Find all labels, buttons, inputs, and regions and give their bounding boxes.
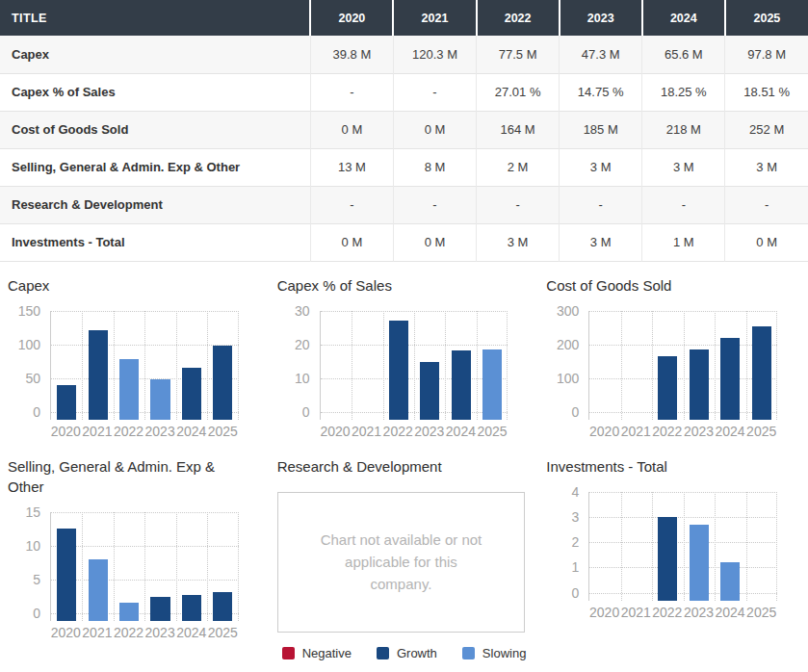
value-cell: 3 M [560, 148, 642, 186]
value-cell: 252 M [725, 111, 808, 148]
value-cell: 97.8 M [725, 36, 808, 73]
v-gridline [383, 311, 384, 420]
bar [720, 562, 740, 601]
v-gridline [176, 512, 177, 621]
v-gridline [445, 311, 446, 420]
v-gridline [414, 311, 415, 420]
value-cell: - [642, 186, 725, 223]
legend-item-slowing[interactable]: Slowing [462, 646, 527, 660]
y-axis-labels: 01234 [546, 492, 588, 601]
value-cell: 1 M [642, 223, 725, 261]
plot-area [320, 311, 508, 420]
x-axis-labels: 202020212022202320242025 [320, 424, 508, 439]
x-tick-label: 2020 [588, 605, 620, 620]
y-tick-label: 100 [18, 338, 40, 351]
y-tick-label: 5 [33, 573, 40, 586]
bar [89, 330, 108, 419]
bar [690, 525, 709, 601]
x-tick-label: 2025 [745, 424, 777, 439]
table-row: Research & Development------ [0, 186, 808, 223]
table-header-year: 2024 [642, 0, 725, 36]
bar [452, 350, 471, 420]
legend-label: Growth [397, 646, 437, 660]
value-cell: - [477, 186, 560, 223]
bar [89, 559, 108, 621]
v-gridline [114, 311, 115, 420]
x-tick-label: 2021 [82, 625, 114, 640]
chart-title: Capex [8, 275, 239, 296]
chart-title: Selling, General & Admin. Exp & Other [8, 456, 239, 497]
bar [213, 592, 232, 621]
v-gridline [746, 311, 747, 420]
plot-area [50, 512, 239, 621]
x-tick-label: 2020 [588, 424, 620, 439]
bar [752, 326, 771, 419]
y-tick-label: 0 [33, 405, 40, 419]
table-header-year: 2023 [560, 0, 642, 36]
y-axis-labels: 051015 [8, 512, 50, 621]
x-tick-label: 2024 [175, 625, 207, 640]
row-label-cell: Capex [0, 36, 310, 73]
x-tick-label: 2020 [50, 625, 82, 640]
bar [690, 349, 709, 420]
v-gridline [144, 311, 145, 420]
financials-table: TITLE202020212022202320242025 Capex39.8 … [0, 0, 808, 262]
v-gridline [477, 311, 478, 420]
v-gridline [207, 311, 208, 420]
bar [150, 597, 169, 621]
v-gridline [684, 492, 685, 601]
bar [720, 338, 740, 419]
x-tick-label: 2021 [620, 605, 652, 620]
v-gridline [652, 311, 653, 420]
y-tick-label: 0 [572, 405, 580, 419]
legend-item-negative[interactable]: Negative [282, 646, 352, 660]
value-cell: 65.6 M [642, 36, 725, 73]
v-gridline [207, 512, 208, 621]
x-tick-label: 2023 [683, 605, 715, 620]
table-row: Capex % of Sales--27.01 %14.75 %18.25 %1… [0, 73, 808, 111]
table-header-year: 2025 [725, 0, 808, 36]
bar [213, 346, 232, 419]
legend-item-growth[interactable]: Growth [377, 646, 437, 660]
x-tick-label: 2022 [113, 424, 144, 439]
chart-panel: Investments - Total012342020202120222023… [538, 452, 808, 640]
x-tick-label: 2021 [82, 424, 114, 439]
plot-row: 01234 [546, 492, 796, 601]
value-cell: 77.5 M [477, 36, 560, 73]
x-tick-label: 2022 [652, 605, 684, 620]
row-label-cell: Cost of Goods Sold [0, 111, 310, 148]
y-tick-label: 3 [572, 510, 580, 524]
y-axis-labels: 050100150 [8, 311, 50, 420]
v-gridline [238, 512, 239, 621]
value-cell: 27.01 % [477, 73, 560, 111]
table-row: Cost of Goods Sold0 M0 M164 M185 M218 M2… [0, 111, 808, 148]
value-cell: 3 M [725, 148, 808, 186]
x-tick-label: 2021 [620, 424, 652, 439]
chart-title: Investments - Total [546, 456, 777, 477]
bar [182, 595, 201, 620]
value-cell: - [560, 186, 642, 223]
y-tick-label: 2 [572, 535, 580, 549]
row-label-cell: Capex % of Sales [0, 73, 310, 111]
x-tick-label: 2023 [683, 424, 715, 439]
chart-not-available-message: Chart not available or not applicable fo… [316, 529, 485, 596]
table-row: Capex39.8 M120.3 M77.5 M47.3 M65.6 M97.8… [0, 36, 808, 73]
x-tick-label: 2020 [320, 424, 352, 439]
value-cell: 8 M [393, 148, 476, 186]
plot-row: 0102030 [277, 311, 528, 420]
value-cell: 164 M [477, 111, 560, 148]
chart-title: Cost of Goods Sold [546, 275, 777, 296]
chart-not-available-box: Chart not available or not applicable fo… [277, 492, 526, 633]
value-cell: 2 M [477, 148, 560, 186]
value-cell: - [310, 73, 393, 111]
value-cell: - [725, 186, 808, 223]
x-axis-labels: 202020212022202320242025 [50, 424, 239, 439]
value-cell: - [393, 73, 476, 111]
chart-panel: Selling, General & Admin. Exp & Other051… [0, 452, 270, 640]
value-cell: 120.3 M [393, 36, 476, 73]
bar [658, 356, 677, 419]
y-tick-label: 10 [295, 372, 310, 385]
bar [389, 321, 408, 420]
x-tick-label: 2021 [351, 424, 382, 439]
value-cell: 39.8 M [310, 36, 393, 73]
